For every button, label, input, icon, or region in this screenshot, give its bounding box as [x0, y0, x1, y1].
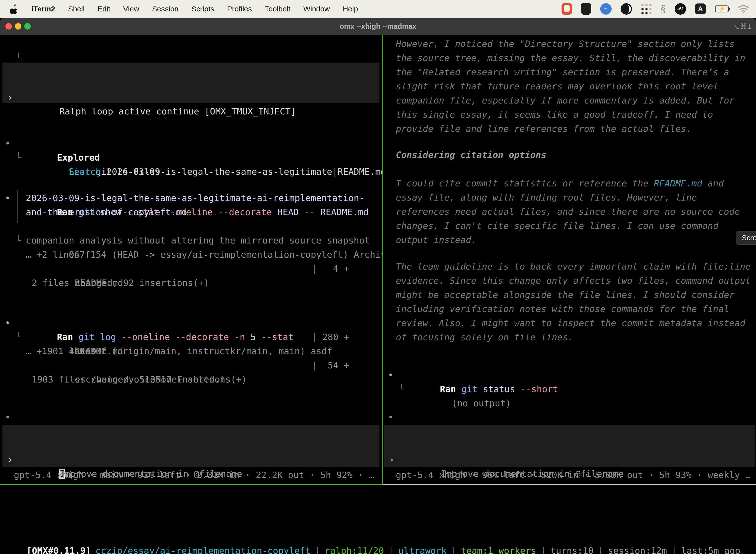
menu-bar: iTerm2 Shell Edit View Session Scripts P…: [0, 0, 756, 18]
ran-git-log-section: • Ran git log --oneline --decorate -n 5 …: [0, 301, 382, 386]
moon-circle-icon[interactable]: [621, 3, 632, 15]
prompt-arrow: ›: [7, 452, 13, 466]
messenger-icon[interactable]: [600, 3, 612, 15]
apple-logo-icon[interactable]: [10, 4, 18, 14]
squiggle-icon[interactable]: §: [661, 3, 666, 15]
prompt-input-right[interactable]: › Improve documentation in @filename: [384, 425, 755, 466]
omx-version: [OMX#0.11.9]: [26, 546, 96, 554]
readme-link[interactable]: README.md: [654, 178, 702, 188]
menu-item-window[interactable]: Window: [303, 5, 330, 13]
omx-status-bar: [OMX#0.11.9]cczip/essay/ai-reimplementat…: [0, 529, 756, 544]
right-pane-bottom-border: [383, 484, 756, 485]
ralph-loop-banner: › Ralph loop active continue [OMX_TMUX_I…: [2, 63, 379, 103]
window-title: omx --xhigh --madmax: [0, 18, 756, 35]
menu-item-profiles[interactable]: Profiles: [227, 5, 252, 13]
thinking-paragraph-2: I could cite commit statistics or refere…: [383, 176, 756, 247]
explored-section: • Explored └ List git ls-files Search 20…: [0, 122, 382, 165]
ran-git-show-section: • Ran git show --stat --oneline --decora…: [0, 177, 382, 290]
thinking-paragraph-3: The team guideline is to back every impo…: [383, 259, 756, 344]
agents-note-line: └ No agents completed yet: [0, 37, 382, 51]
prompt-input-left[interactable]: › Improve documentation in @filename: [2, 425, 379, 466]
working-status-line: • Working (11m 13s • esc to interrupt) ·…: [0, 396, 382, 410]
omx-team: team:1 workers: [461, 546, 536, 554]
screen-tooltip-overlay: Scre: [736, 231, 756, 245]
bullet-icon: •: [5, 410, 10, 424]
window-title-bar: omx --xhigh --madmax ⌥⌘1: [0, 18, 756, 35]
omx-ralph-counter: ralph:11/20: [325, 546, 384, 554]
menu-item-iterm2[interactable]: iTerm2: [31, 5, 55, 13]
window-shortcut-badge: ⌥⌘1: [732, 18, 752, 35]
gauge-61-icon[interactable]: ..61: [675, 3, 686, 15]
left-pane-bottom-border: [0, 484, 383, 485]
prompt-arrow: ›: [389, 452, 394, 466]
terminal-content: └ No agents completed yet › Ralph loop a…: [0, 35, 756, 554]
left-terminal-pane[interactable]: └ No agents completed yet › Ralph loop a…: [0, 35, 382, 485]
model-status-right: gpt-5.4 xhigh · 96% left · 520K in · 5.8…: [383, 468, 756, 482]
waiting-status-line: • Waiting for background terminal (1m 41…: [383, 396, 756, 410]
menu-item-scripts[interactable]: Scripts: [191, 5, 214, 13]
omx-turns: turns:10: [550, 546, 593, 554]
diffstat-row: README.md | 280 +: [0, 330, 382, 344]
tree-branch-glyph: └: [399, 382, 404, 396]
menu-item-shell[interactable]: Shell: [68, 5, 84, 13]
right-terminal-pane[interactable]: However, I noticed the "Directory Struct…: [383, 35, 756, 485]
omx-mode: ultrawork: [398, 546, 447, 554]
omx-session: session:12m: [608, 546, 667, 554]
thinking-paragraph-1: However, I noticed the "Directory Struct…: [383, 37, 756, 136]
thinking-heading: Considering citation options: [383, 148, 756, 162]
wifi-icon[interactable]: [738, 4, 749, 13]
diffstat-row: src/voice/voiceModeEnabled.ts | 54 +: [0, 358, 382, 372]
menu-item-edit[interactable]: Edit: [98, 5, 110, 13]
ran-git-status-section: • Ran git status --short └ (no output): [383, 354, 756, 382]
battery-icon[interactable]: ⚡: [715, 5, 729, 12]
prompt-arrow: ›: [7, 90, 13, 104]
input-source-icon[interactable]: A: [695, 3, 706, 14]
chat-bubble-icon[interactable]: [562, 3, 572, 15]
menu-item-view[interactable]: View: [123, 5, 139, 13]
bullet-icon: •: [388, 410, 393, 424]
omx-last: last:5m ago: [681, 546, 740, 554]
diffstat-row: README.md | 4 +: [0, 262, 382, 276]
menu-item-session[interactable]: Session: [152, 5, 179, 13]
dots-grid-icon[interactable]: [641, 3, 652, 14]
menu-item-help[interactable]: Help: [343, 5, 358, 13]
omx-branch: cczip/essay/ai-reimplementation-copyleft: [96, 546, 311, 554]
model-status-left: gpt-5.4 xhigh · main · 91% left · 2.31M …: [0, 468, 382, 482]
menu-item-toolbelt[interactable]: Toolbelt: [265, 5, 291, 13]
keypad-shield-icon[interactable]: [581, 3, 591, 15]
